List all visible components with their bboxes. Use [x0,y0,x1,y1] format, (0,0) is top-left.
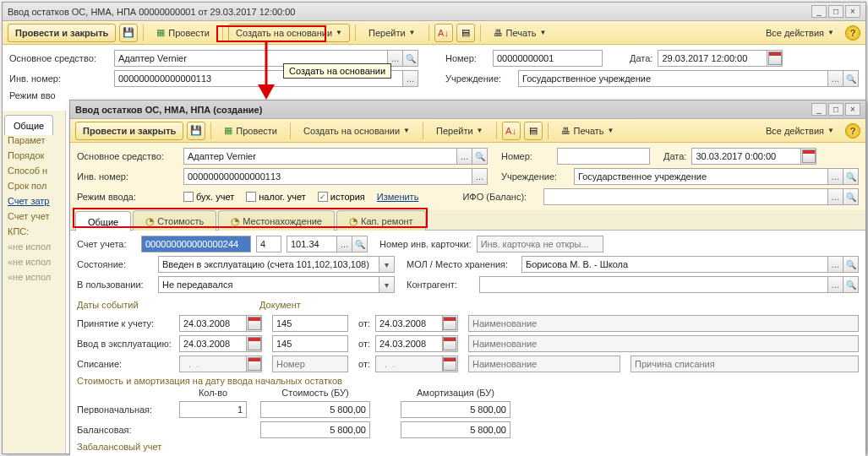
toolbar-icon-a[interactable]: A↓ [434,24,453,42]
dropdown-icon[interactable]: ▾ [379,256,395,273]
lookup-icon[interactable]: 🔍 [843,276,859,293]
comm-name[interactable] [468,335,859,352]
maximize-button[interactable]: □ [828,5,843,18]
writeoff-reason[interactable] [631,356,859,372]
minimize-button[interactable]: _ [811,5,827,18]
goto-button[interactable]: Перейти▼ [361,24,423,42]
close-button[interactable]: × [845,5,860,18]
ellipsis-button[interactable]: … [828,188,843,205]
calendar-icon[interactable] [247,356,262,372]
ellipsis-button[interactable]: … [337,236,352,252]
writeoff-from[interactable] [375,356,443,372]
lookup-icon[interactable]: 🔍 [352,236,368,252]
side-kps[interactable]: КПС: [4,224,63,239]
org-field[interactable] [518,70,828,87]
post-close-button[interactable]: Провести и закрыть [75,122,183,140]
tab-location[interactable]: Местонахождение [218,210,335,231]
accept-name[interactable] [468,315,859,332]
date-field[interactable] [658,50,767,67]
side-cost-acc[interactable]: Счет затр [4,193,63,209]
lookup-icon[interactable]: 🔍 [843,168,859,185]
print-button[interactable]: 🖶 Печать▼ [554,122,622,140]
amort1[interactable] [401,401,510,418]
ellipsis-button[interactable]: … [828,70,843,87]
number-field[interactable] [493,50,603,67]
post-button[interactable]: ▦Провести [149,24,217,42]
close-button[interactable]: × [845,103,860,116]
check-buh[interactable]: бух. учет [183,192,234,202]
org-field[interactable] [574,168,828,185]
contragent-field[interactable] [479,276,828,293]
tab-repair[interactable]: Кап. ремонт [336,210,426,231]
accept-num[interactable] [272,315,348,332]
ellipsis-button[interactable]: … [457,148,472,165]
toolbar-icon-a[interactable]: A↓ [502,122,521,140]
create-based-button[interactable]: Создать на основании▼ [296,122,418,140]
all-actions-button[interactable]: Все действия▼ [758,122,842,140]
mol-field[interactable] [521,256,828,273]
writeoff-name[interactable] [468,356,620,372]
calendar-icon[interactable] [247,315,262,332]
save-icon[interactable]: 💾 [119,24,138,42]
ellipsis-button[interactable]: … [472,168,488,185]
minimize-button[interactable]: _ [811,103,827,116]
calendar-icon[interactable] [767,50,783,67]
main-asset-field[interactable] [183,148,457,165]
ellipsis-button[interactable]: … [828,168,843,185]
state-field[interactable] [158,256,379,273]
all-actions-button[interactable]: Все действия▼ [758,24,842,42]
tab-general[interactable]: Общие [4,115,53,135]
account-field-3[interactable] [287,236,337,252]
toolbar-icon-b[interactable]: ▤ [456,24,475,42]
ellipsis-button[interactable]: … [828,256,843,273]
ellipsis-button[interactable]: … [828,276,843,293]
comm-num[interactable] [272,335,348,352]
check-hist[interactable]: ✓история [318,192,365,202]
accept-date[interactable] [179,315,247,332]
number-field[interactable] [557,148,650,165]
change-link[interactable]: Изменить [377,192,419,202]
ifo-field[interactable] [543,188,828,205]
dropdown-icon[interactable]: ▾ [379,276,395,293]
account-field-2[interactable] [256,236,281,252]
amort2[interactable] [401,421,510,438]
cost2[interactable] [260,421,370,438]
account-field-1[interactable] [141,236,251,252]
help-icon[interactable]: ? [845,123,860,138]
date-field[interactable] [691,148,801,165]
inv-number-field[interactable] [183,168,472,185]
accept-from[interactable] [375,315,443,332]
lookup-icon[interactable]: 🔍 [843,188,859,205]
inuse-field[interactable] [158,276,379,293]
save-icon[interactable]: 💾 [187,122,205,140]
maximize-button[interactable]: □ [828,103,843,116]
ellipsis-button[interactable]: … [403,70,418,87]
check-nal[interactable]: налог. учет [246,192,306,202]
calendar-icon[interactable] [443,356,458,372]
print-button[interactable]: 🖶 Печать▼ [486,24,554,42]
post-close-button[interactable]: Провести и закрыть [8,24,116,42]
side-method[interactable]: Способ н [4,163,63,178]
qty1[interactable] [179,401,247,418]
goto-button[interactable]: Перейти▼ [429,122,491,140]
lookup-icon[interactable]: 🔍 [843,70,859,87]
help-icon[interactable]: ? [845,25,860,41]
calendar-icon[interactable] [247,335,262,352]
lookup-icon[interactable]: 🔍 [843,256,859,273]
comm-from[interactable] [375,335,443,352]
calendar-icon[interactable] [443,335,458,352]
lookup-icon[interactable]: 🔍 [472,148,488,165]
calendar-icon[interactable] [443,315,458,332]
writeoff-num[interactable] [272,356,348,372]
toolbar-icon-b[interactable]: ▤ [524,122,543,140]
post-button[interactable]: ▦Провести [216,122,285,140]
writeoff-date[interactable] [179,356,247,372]
comm-date[interactable] [179,335,247,352]
cost1[interactable] [260,401,370,418]
create-based-button[interactable]: Создать на основании▼ [228,24,350,42]
side-term[interactable]: Срок пол [4,178,63,193]
side-acc[interactable]: Счет учет [4,209,63,224]
lookup-icon[interactable]: 🔍 [403,50,418,67]
calendar-icon[interactable] [801,148,816,165]
side-order[interactable]: Порядок [4,148,63,163]
